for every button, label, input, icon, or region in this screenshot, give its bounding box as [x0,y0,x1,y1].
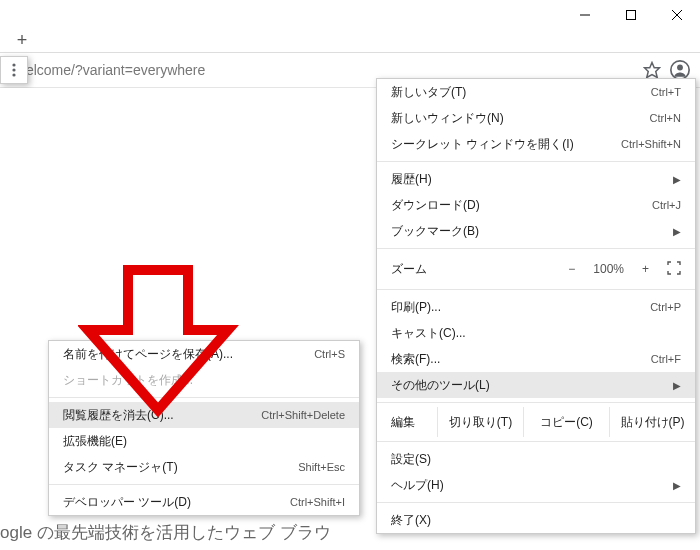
edit-cut-button[interactable]: 切り取り(T) [437,407,523,437]
chevron-right-icon: ▶ [673,380,681,391]
menu-bookmarks[interactable]: ブックマーク(B)▶ [377,218,695,244]
submenu-save-page-as[interactable]: 名前を付けてページを保存(A)...Ctrl+S [49,341,359,367]
fullscreen-icon[interactable] [667,261,681,278]
separator [49,484,359,485]
chevron-right-icon: ▶ [673,174,681,185]
chevron-right-icon: ▶ [673,480,681,491]
svg-point-8 [12,68,15,71]
svg-point-6 [677,65,683,71]
separator [377,502,695,503]
menu-history[interactable]: 履歴(H)▶ [377,166,695,192]
more-tools-submenu: 名前を付けてページを保存(A)...Ctrl+S ショートカットを作成... 閲… [48,340,360,516]
partial-page-text: ogle の最先端技術を活用したウェブ ブラウ [0,521,331,544]
zoom-in-button[interactable]: + [642,262,649,276]
chevron-right-icon: ▶ [673,226,681,237]
svg-marker-4 [645,63,660,78]
menu-help[interactable]: ヘルプ(H)▶ [377,472,695,498]
edit-copy-button[interactable]: コピー(C) [523,407,609,437]
tab-strip: + [0,30,700,52]
menu-incognito[interactable]: シークレット ウィンドウを開く(I)Ctrl+Shift+N [377,131,695,157]
submenu-developer-tools[interactable]: デベロッパー ツール(D)Ctrl+Shift+I [49,489,359,515]
menu-print[interactable]: 印刷(P)...Ctrl+P [377,294,695,320]
main-menu: 新しいタブ(T)Ctrl+T 新しいウィンドウ(N)Ctrl+N シークレット … [376,78,696,534]
window-titlebar [0,0,700,30]
separator [49,397,359,398]
separator [377,441,695,442]
separator [377,402,695,403]
submenu-extensions[interactable]: 拡張機能(E) [49,428,359,454]
svg-rect-1 [627,11,636,20]
zoom-out-button[interactable]: − [568,262,575,276]
maximize-button[interactable] [608,0,654,30]
edit-paste-button[interactable]: 貼り付け(P) [609,407,695,437]
zoom-value: 100% [593,262,624,276]
minimize-button[interactable] [562,0,608,30]
menu-new-window[interactable]: 新しいウィンドウ(N)Ctrl+N [377,105,695,131]
menu-downloads[interactable]: ダウンロード(D)Ctrl+J [377,192,695,218]
menu-settings[interactable]: 設定(S) [377,446,695,472]
new-tab-button[interactable]: + [8,30,36,50]
url-text[interactable]: //welcome/?variant=everywhere [0,62,638,78]
menu-exit[interactable]: 終了(X) [377,507,695,533]
menu-more-tools[interactable]: その他のツール(L)▶ [377,372,695,398]
separator [377,289,695,290]
kebab-menu-icon[interactable] [0,56,28,84]
menu-cast[interactable]: キャスト(C)... [377,320,695,346]
separator [377,161,695,162]
menu-edit-row: 編集 切り取り(T) コピー(C) 貼り付け(P) [377,407,695,437]
submenu-clear-browsing-data[interactable]: 閲覧履歴を消去(C)...Ctrl+Shift+Delete [49,402,359,428]
submenu-create-shortcut: ショートカットを作成... [49,367,359,393]
menu-zoom: ズーム − 100% + [377,253,695,285]
separator [377,248,695,249]
svg-point-7 [12,63,15,66]
menu-new-tab[interactable]: 新しいタブ(T)Ctrl+T [377,79,695,105]
submenu-task-manager[interactable]: タスク マネージャ(T)Shift+Esc [49,454,359,480]
close-button[interactable] [654,0,700,30]
menu-find[interactable]: 検索(F)...Ctrl+F [377,346,695,372]
svg-point-9 [12,73,15,76]
